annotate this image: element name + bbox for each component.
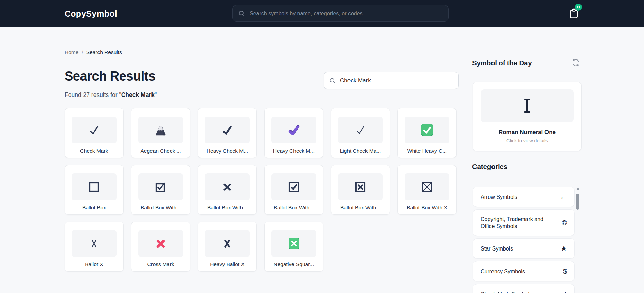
symbol-preview: [72, 173, 117, 200]
results-search-box: [324, 72, 459, 89]
symbol-label: Negative Squar...: [271, 261, 316, 268]
symbol-card[interactable]: Ballot Box With...: [131, 165, 190, 215]
symbol-label: Ballot Box With...: [138, 205, 183, 211]
results-query: Check Mark: [121, 91, 155, 98]
symbol-card[interactable]: Aegean Check ...: [131, 108, 190, 158]
symbol-preview: [338, 117, 383, 143]
breadcrumb-separator: /: [82, 49, 83, 55]
category-symbol: ←: [560, 193, 567, 201]
symbol-of-day-card[interactable]: I Roman Numeral One Click to view detail…: [473, 82, 582, 151]
symbol-preview: [205, 173, 250, 200]
search-icon: [238, 10, 245, 17]
header-search-box: [232, 5, 449, 22]
categories-list: Arrow Symbols ← Copyright, Trademark and…: [473, 187, 575, 293]
symbol-card[interactable]: Negative Squar...: [264, 222, 323, 272]
symbol-card[interactable]: Cross Mark: [131, 222, 190, 272]
symbol-card[interactable]: Heavy Ballot X: [198, 222, 257, 272]
symbol-label: Ballot Box With...: [338, 205, 383, 211]
symbol-preview: [271, 117, 316, 143]
category-symbol: $: [563, 268, 567, 275]
page-title: Search Results: [65, 68, 156, 84]
symbol-preview: [271, 230, 316, 257]
symbol-card[interactable]: Light Check Ma...: [331, 108, 390, 158]
category-item[interactable]: Star Symbols ★: [473, 238, 575, 259]
symbol-of-day-title: Symbol of the Day: [472, 59, 532, 67]
symbol-card[interactable]: Ballot Box: [65, 165, 124, 215]
symbol-results-grid: Check Mark Aegean Check ... Heavy Check …: [65, 108, 458, 272]
categories-title: Categories: [472, 162, 507, 171]
symbol-of-day-hint: Click to view details: [481, 138, 574, 143]
category-label: Star Symbols: [481, 245, 513, 252]
category-item[interactable]: Arrow Symbols ←: [473, 187, 575, 207]
refresh-icon: [572, 58, 580, 67]
symbol-preview: [72, 117, 117, 143]
category-label: Check Mark Symbols: [481, 291, 532, 293]
symbol-label: Ballot Box: [72, 205, 117, 211]
symbol-label: White Heavy C...: [405, 148, 449, 154]
symbol-preview: [205, 117, 250, 143]
category-label: Currency Symbols: [481, 268, 525, 275]
symbol-preview: [405, 117, 449, 143]
header-search-input[interactable]: [250, 11, 443, 17]
app-logo[interactable]: CopySymbol: [65, 8, 117, 18]
symbol-label: Check Mark: [72, 148, 117, 154]
symbol-label: Heavy Ballot X: [205, 261, 250, 268]
symbol-card[interactable]: Heavy Check M...: [264, 108, 323, 158]
category-symbol: ©: [562, 219, 567, 227]
symbol-of-day-name: Roman Numeral One: [481, 129, 574, 136]
symbol-card[interactable]: Ballot Box With...: [331, 165, 390, 215]
breadcrumb: Home / Search Results: [65, 49, 122, 55]
symbol-preview: [405, 173, 449, 200]
categories-scrollbar[interactable]: [576, 187, 580, 293]
symbol-of-day-preview: I: [481, 89, 574, 122]
symbol-label: Aegean Check ...: [138, 148, 183, 154]
results-count-text: Found 27 results for "Check Mark": [65, 91, 157, 99]
symbol-label: Cross Mark: [138, 261, 183, 268]
symbol-of-day-glyph: I: [523, 97, 531, 116]
category-label: Arrow Symbols: [481, 193, 517, 201]
symbol-preview: [338, 173, 383, 200]
symbol-label: Ballot Box With...: [271, 205, 316, 211]
categories-header: Categories: [472, 162, 582, 171]
symbol-label: Ballot Box With...: [205, 205, 250, 211]
symbol-preview: [72, 230, 117, 257]
copysymbol-app: CopySymbol 11 Home / Search Results Sear…: [0, 0, 644, 293]
symbol-preview: [138, 230, 183, 257]
scrollbar-thumb[interactable]: [576, 194, 579, 210]
symbol-card[interactable]: Ballot Box With...: [198, 165, 257, 215]
symbol-card[interactable]: Ballot Box With X: [397, 165, 457, 215]
symbol-label: Heavy Check M...: [205, 148, 250, 154]
symbol-card[interactable]: Ballot X: [65, 222, 124, 272]
category-symbol: ✓: [561, 290, 567, 293]
search-icon: [329, 77, 336, 84]
symbol-label: Heavy Check M...: [271, 148, 316, 154]
category-item[interactable]: Check Mark Symbols ✓: [473, 284, 575, 293]
symbol-preview: [138, 173, 183, 200]
category-label: Copyright, Trademark and Office Symbols: [481, 216, 557, 230]
category-item[interactable]: Copyright, Trademark and Office Symbols …: [473, 209, 575, 236]
divider: [472, 75, 582, 75]
sidebar: Symbol of the Day I Roman Numeral One Cl…: [472, 0, 582, 293]
symbol-card[interactable]: Ballot Box With...: [264, 165, 323, 215]
refresh-button[interactable]: [571, 58, 580, 67]
symbol-label: Light Check Ma...: [338, 148, 383, 154]
symbol-label: Ballot X: [72, 261, 117, 268]
results-search-input[interactable]: [340, 77, 453, 84]
breadcrumb-current: Search Results: [86, 49, 122, 55]
symbol-card[interactable]: Heavy Check M...: [198, 108, 257, 158]
category-symbol: ★: [561, 244, 567, 253]
symbol-preview: [138, 117, 183, 143]
category-item[interactable]: Currency Symbols $: [473, 261, 575, 281]
divider: [472, 180, 582, 180]
symbol-card[interactable]: Check Mark: [65, 108, 124, 158]
breadcrumb-home-link[interactable]: Home: [65, 49, 78, 55]
symbol-card[interactable]: White Heavy C...: [397, 108, 457, 158]
scrollbar-up-arrow[interactable]: [576, 187, 580, 190]
symbol-preview: [271, 173, 316, 200]
symbol-of-day-header: Symbol of the Day: [472, 58, 582, 67]
symbol-preview: [205, 230, 250, 257]
symbol-label: Ballot Box With X: [405, 205, 449, 211]
